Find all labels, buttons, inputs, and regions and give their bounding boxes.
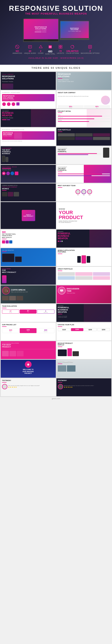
stat-label-slides: UNIQUE SLIDES [24, 52, 36, 54]
slide-6-bar [58, 112, 62, 113]
slide-23-text: DISCUSSIONTIME Share your ideas [67, 288, 79, 294]
slide-9-phone1 [2, 156, 5, 162]
slide-27-p1: $120 [58, 328, 70, 331]
slide-13-label: COMPANY BUSINESS STYLE [2, 185, 54, 186]
slide-14-name2: Jane [81, 194, 86, 196]
slide-6-inner: PROJECT DETAIL Design Development Market… [56, 109, 112, 127]
slide-29-device1 [58, 350, 67, 356]
slide-10-content: GOOD BUSINESS THE MOSTPOWERFUL [58, 148, 110, 158]
slide-8-inner: OUR PORTFOLIO [56, 128, 112, 146]
slide-21-gi1 [58, 272, 75, 276]
slide-8-item-4 [58, 137, 75, 140]
slide-6-prog-label3: Marketing [58, 120, 110, 121]
slide-12-pb2 [58, 176, 110, 176]
laptop-screen-content: RESPONSIVESOLUTIONS YOUR COMPANY NAME HE… [67, 27, 82, 33]
slide-27-p4: $250 [97, 328, 110, 331]
slide-19: MOBILE APPLICATIONFEATURES [56, 248, 112, 266]
slide-7-inner: BUSINESS INTRODUCTION RESPONSIVESOLUTION… [1, 128, 56, 146]
stat-label-layouts: LAYOUTS [57, 52, 64, 54]
slide-27-p2-price: $160 [72, 328, 83, 330]
slide-22-sub: Take a rest and refresh your mind [11, 291, 28, 292]
slide-7-title: RESPONSIVESOLUTIONS [3, 132, 13, 135]
slide-27-inner: CHOOSE YOUR PLAN $120 $160 $200 $250 [56, 322, 112, 340]
slide-26-plan3: $99 Business [37, 328, 54, 333]
slide-18-device [2, 254, 54, 262]
slide-4: ABOUT OUR COMPANY Lorem ipsum dolor sit … [56, 90, 112, 108]
devices-mockup: RESPONSIVESOLUTIONS Presentation Templat… [3, 18, 109, 42]
slide-1-img [2, 84, 13, 89]
laptop-screen: RESPONSIVESOLUTIONS YOUR COMPANY NAME HE… [60, 21, 89, 38]
slide-33-title: TESTIMONY [58, 380, 110, 381]
slide-3-icon-2 [7, 102, 10, 106]
slide-22-title: COFFE BREAK [11, 289, 28, 291]
slide-31-bar [58, 364, 62, 364]
stat-cover: 2 COVER [38, 44, 44, 55]
slide-26-plan2-price: $49 [20, 329, 36, 331]
slide-30-title: WELCOME TOOUR AMAZINGPROJECT [2, 369, 54, 374]
slide-24-inner: TEAM EVALUATION A+ Design B+ Dev A Marke… [1, 304, 56, 322]
slide-8-grid [58, 133, 110, 140]
slide-14-avatar2 [81, 189, 86, 194]
stats-row: NO ANIMATIONS 60 UNIQUE SLIDES 2 COVER 4… [3, 44, 109, 55]
slide-22-text: COFFE BREAK Take a rest and refresh your… [11, 289, 28, 292]
slide-27-p2: $160 [71, 328, 83, 331]
slide-3-label: COMPANY OVERVIEW [2, 92, 54, 93]
slide-17-dot2 [60, 240, 61, 242]
slide-8-item-2 [75, 133, 92, 136]
section-header: THERE ARE 60 UNIQUE SLIDES [0, 65, 112, 71]
slide-20-phone [2, 275, 6, 283]
slide-20-title: FORBEST PRODUCT [2, 270, 54, 274]
slide-14-member2: Jane [81, 189, 86, 196]
slide-13-item1 [2, 192, 8, 196]
slide-15-img-text: THIS ISOUR PRODUCT [23, 214, 34, 217]
monitor-subtext: Presentation Template [35, 29, 47, 31]
slide-27-p3-price: $200 [84, 329, 96, 330]
slide-27-title: CHOOSE YOUR PLAN [58, 324, 110, 326]
stat-num-bg: 2 [81, 50, 100, 52]
monitor-bars [35, 32, 47, 32]
slide-24-col3-val: A [38, 310, 54, 312]
slide-28-divider [2, 349, 54, 349]
slide-15-title: YOURPRODUCT [59, 210, 109, 220]
slide-32-text: "This is the best presentation template … [8, 385, 40, 388]
slide-26-plan1-price: $29 [3, 329, 18, 331]
slide-25-inner: THE MOST POWERFULBUSINESSWEAPON ✓ Featur… [56, 304, 112, 322]
slide-9-phone2 [6, 157, 8, 162]
slide-13-bar [2, 190, 6, 190]
footer-watermark: gfxtra.com [0, 397, 112, 400]
stat-animations: NO ANIMATIONS [12, 44, 22, 55]
hero-subtitle-start: THE MOST POWERFULL [25, 12, 59, 15]
svg-rect-8 [59, 45, 60, 46]
slide-28-title: FOR BESTPRODUCT [2, 344, 54, 348]
slide-20-inner: DEVELOPING FORBEST PRODUCT [1, 267, 56, 285]
slide-6-prog-label1: Design [58, 114, 110, 115]
slide-18-monitor [2, 254, 14, 262]
slide-22-img1 [2, 296, 9, 300]
slide-18-bar [2, 251, 6, 252]
stat-layouts: 72 LAYOUTS [57, 44, 64, 55]
slide-12-pf2 [58, 176, 92, 176]
svg-line-1 [16, 46, 18, 48]
slide-32-bar [2, 382, 6, 382]
stat-num-slides: 60 [24, 50, 36, 52]
stat-total: 480 480 SLIDE TOTAL [45, 44, 55, 55]
slide-24-col2: B+ Dev [20, 310, 36, 314]
slide-4-stat-2-num: 80% [84, 106, 110, 107]
section-label: THERE ARE 60 UNIQUE SLIDES [31, 66, 80, 69]
slide-5-title: BUSINESSWEAPON [2, 112, 54, 117]
slide-7-text: RESPONSIVESOLUTIONS Presentation Templat… [3, 132, 13, 139]
slide-17-dot3 [62, 240, 63, 242]
slide-4-inner: ABOUT OUR COMPANY Lorem ipsum dolor sit … [56, 90, 112, 108]
svg-rect-9 [61, 45, 62, 46]
stat-label-colors: COLOR OPTIONS [66, 52, 79, 54]
slide-6-prog-label2: Development [58, 117, 110, 118]
slide-11-icon3 [10, 172, 14, 175]
slide-31: BEST CONNECTION [56, 360, 112, 378]
slide-2-title: RESPONSIVESOLUTIONS [58, 73, 110, 78]
slide-5-bar2 [7, 120, 10, 120]
slides-icon [27, 44, 33, 50]
slide-31-title: BEST CONNECTION [58, 361, 110, 363]
slide-10-bars [58, 153, 102, 155]
slide-2-inner: RESPONSIVESOLUTIONS Presentation Templat… [56, 72, 112, 90]
slide-11-inner: FEATURED IMAGE AMAZING IMAGE [1, 165, 56, 183]
